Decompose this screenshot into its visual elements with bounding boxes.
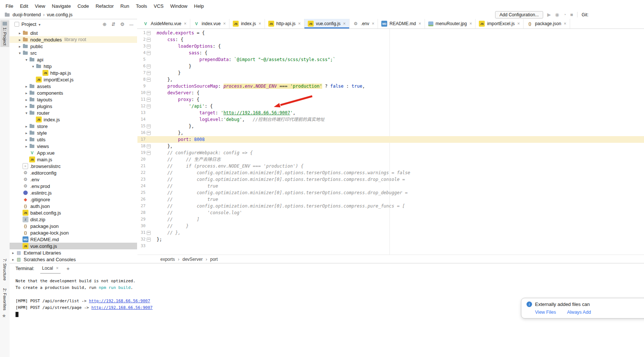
fold-marker[interactable] [146,143,151,149]
code-line[interactable]: 16 }, [137,129,644,136]
menu-help[interactable]: Help [191,2,207,10]
always-add-link[interactable]: Always Add [567,310,591,315]
fold-marker[interactable] [146,30,151,36]
tab-importexcel-js[interactable]: importExcel.js [476,19,524,28]
fold-marker[interactable] [146,63,151,70]
fold-icon[interactable] [147,151,151,155]
fold-marker[interactable] [146,123,151,129]
tool-button-project[interactable]: 1: Project [0,20,9,47]
close-icon[interactable] [259,21,261,26]
tree-item-package-json[interactable]: package.json [10,223,137,229]
chevron-right-icon[interactable]: ▸ [24,91,29,95]
fold-icon[interactable] [147,64,151,68]
code-line[interactable]: 20 // // 生产去除日志 [137,156,644,163]
tree-item-importexcel-js[interactable]: importExcel.js [10,76,137,83]
code-line[interactable]: 22 // config.optimization.minimizer[0].o… [137,169,644,176]
close-icon[interactable] [469,21,472,26]
fold-marker[interactable] [146,50,151,56]
terminal-link[interactable]: http://192.168.66.56:9007 [89,299,150,303]
menu-code[interactable]: Code [74,2,92,10]
fold-marker[interactable] [146,103,151,110]
favorites-star-icon[interactable] [2,313,6,319]
breadcrumb-devserver[interactable]: devServer [183,257,203,262]
terminal-link[interactable]: http://192.168.66.56:9007 [91,305,153,310]
chevron-right-icon[interactable]: ▸ [24,84,29,88]
editor[interactable]: 1module.exports = {2 css: {3 loaderOptio… [137,29,644,255]
code-line[interactable]: 19 // configureWebpack: config => { [137,149,644,156]
tab-env[interactable]: .env [350,19,378,28]
tree-item-http-api-js[interactable]: http-api.js [10,70,137,76]
code-line[interactable]: 17 port: 8008 [137,136,644,143]
tree-item-store[interactable]: ▸store [10,123,137,129]
settings-gear-icon[interactable] [120,21,125,27]
code-line[interactable]: 21 // if (process.env.NODE_ENV === 'prod… [137,163,644,169]
chevron-right-icon[interactable]: ▸ [24,124,29,128]
code-line[interactable]: 9 productionSourceMap: process.env.NODE_… [137,83,644,90]
fold-icon[interactable] [147,104,151,108]
tool-button-favorites[interactable]: 2: Favorites [0,287,9,312]
close-icon[interactable] [517,21,520,26]
code-line[interactable]: 5 prependData: `@import "~@/assets/scss/… [137,56,644,63]
fold-marker[interactable] [146,129,151,136]
breadcrumb-port[interactable]: port [210,257,218,262]
code-line[interactable]: 15 }, [137,123,644,129]
tree-item-gitignore[interactable]: .gitignore [10,196,137,203]
code-line[interactable]: 23 // config.optimization.minimizer[0].o… [137,176,644,183]
tree-item-scratches-and-consoles[interactable]: ▸Scratches and Consoles [10,256,137,263]
fold-marker[interactable] [146,149,151,156]
menu-view[interactable]: View [31,2,48,10]
chevron-down-icon[interactable]: ▾ [30,64,36,68]
view-files-link[interactable]: View Files [535,310,556,315]
code-line[interactable]: 26 // true [137,196,644,203]
fold-icon[interactable] [147,144,151,148]
chevron-right-icon[interactable]: ▸ [17,38,23,42]
tree-item-plugins[interactable]: ▸plugins [10,103,137,110]
fold-marker[interactable] [146,36,151,43]
tree-item-eslintrc-js[interactable]: .eslintrc.js [10,189,137,196]
tree-item-main-js[interactable]: main.js [10,156,137,163]
menu-run[interactable]: Run [117,2,133,10]
profiler-icon[interactable] [563,12,566,17]
fold-marker[interactable] [146,43,151,50]
terminal-tab-local[interactable]: Local [40,263,61,274]
menu-vcs[interactable]: VCS [150,2,167,10]
fold-icon[interactable] [147,231,151,235]
close-icon[interactable] [564,21,566,26]
code-line[interactable]: 29 // ] [137,216,644,223]
tree-item-dist[interactable]: ▸dist [10,30,137,36]
close-icon[interactable] [56,266,59,271]
fold-icon[interactable] [147,91,151,95]
code-line[interactable]: 14 logLevel:'debug', //控制台终端打印代理前的真实地址 [137,116,644,123]
tree-item-browserslistrc[interactable]: .browserslistrc [10,163,137,169]
tree-item-app-vue[interactable]: App.vue [10,149,137,156]
tree-item-assets[interactable]: ▸assets [10,83,137,90]
tree-item-http[interactable]: ▾http [10,63,137,70]
code-line[interactable]: 7 } [137,70,644,76]
breadcrumb-file[interactable]: vue.config.js [47,12,72,17]
code-line[interactable]: 12 '/api': { [137,103,644,110]
chevron-right-icon[interactable]: ▸ [10,251,16,255]
tree-item-env-prod[interactable]: .env.prod [10,183,137,189]
tree-item-auth-json[interactable]: auth.json [10,203,137,209]
code-line[interactable]: 3 loaderOptions: { [137,43,644,50]
tab-http-api-js[interactable]: http-api.js [265,19,304,28]
debug-icon[interactable] [555,12,559,17]
menu-edit[interactable]: Edit [17,2,31,10]
fold-icon[interactable] [147,124,151,128]
tab-index-js[interactable]: index.js [229,19,265,28]
tree-item-external-libraries[interactable]: ▸External Libraries [10,249,137,256]
code-line[interactable]: 30 // } [137,223,644,229]
code-line[interactable]: 11 proxy: { [137,96,644,103]
new-terminal-icon[interactable] [67,265,70,272]
stop-icon[interactable] [570,12,573,17]
chevron-down-icon[interactable]: ▾ [24,111,29,115]
code-line[interactable]: 33 [137,243,644,249]
chevron-right-icon[interactable]: ▸ [24,144,29,148]
tree-item-env[interactable]: .env [10,176,137,183]
code-line[interactable]: 6 } [137,63,644,70]
close-icon[interactable] [343,21,346,26]
breadcrumb-project[interactable]: duoji-frontend [13,12,41,17]
chevron-down-icon[interactable] [38,21,40,27]
fold-icon[interactable] [147,31,151,35]
breadcrumb-exports[interactable]: exports [160,257,175,262]
